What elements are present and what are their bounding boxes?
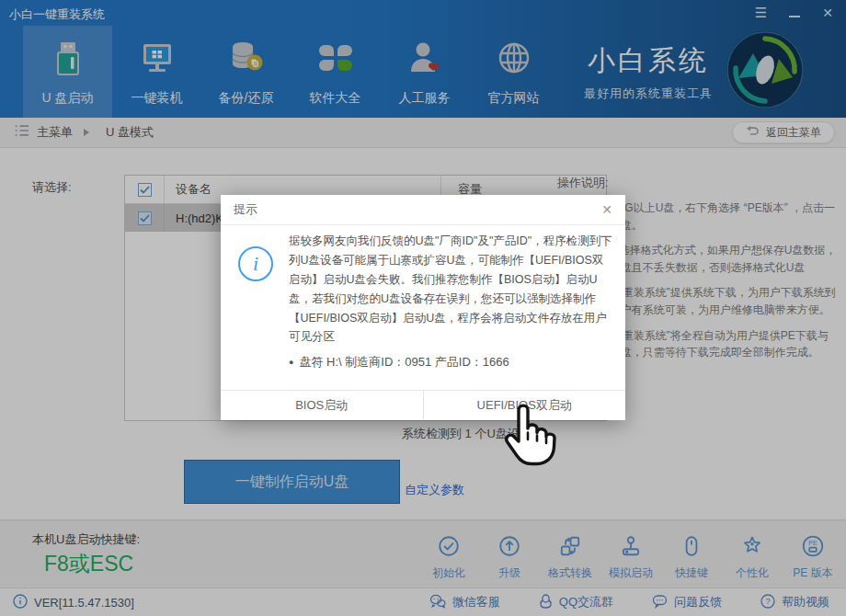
bios-boot-button[interactable]: BIOS启动 (221, 391, 423, 420)
dialog-title: 提示 (234, 201, 257, 218)
dialog-body: i 据较多网友向我们反馈的U盘"厂商ID"及"产品ID"，程序检测到下列U盘设备… (221, 225, 625, 390)
dialog-titlebar: 提示 ✕ (221, 195, 625, 225)
device-info-text: 盘符 H:\ 制造商ID：0951 产品ID：1666 (299, 355, 509, 369)
app-window: 小白一键重装系统 ☰ ✕ U 盘启动 一键装机 (0, 0, 846, 616)
info-icon: i (238, 246, 273, 281)
bullet-icon: ● (289, 358, 293, 367)
dialog-message: 据较多网友向我们反馈的U盘"厂商ID"及"产品ID"，程序检测到下列U盘设备可能… (289, 232, 612, 347)
dialog-close-icon[interactable]: ✕ (601, 202, 612, 217)
prompt-dialog: 提示 ✕ i 据较多网友向我们反馈的U盘"厂商ID"及"产品ID"，程序检测到下… (221, 195, 625, 420)
hand-cursor-icon (490, 398, 578, 472)
dialog-device-info: ●盘符 H:\ 制造商ID：0951 产品ID：1666 (289, 354, 509, 371)
